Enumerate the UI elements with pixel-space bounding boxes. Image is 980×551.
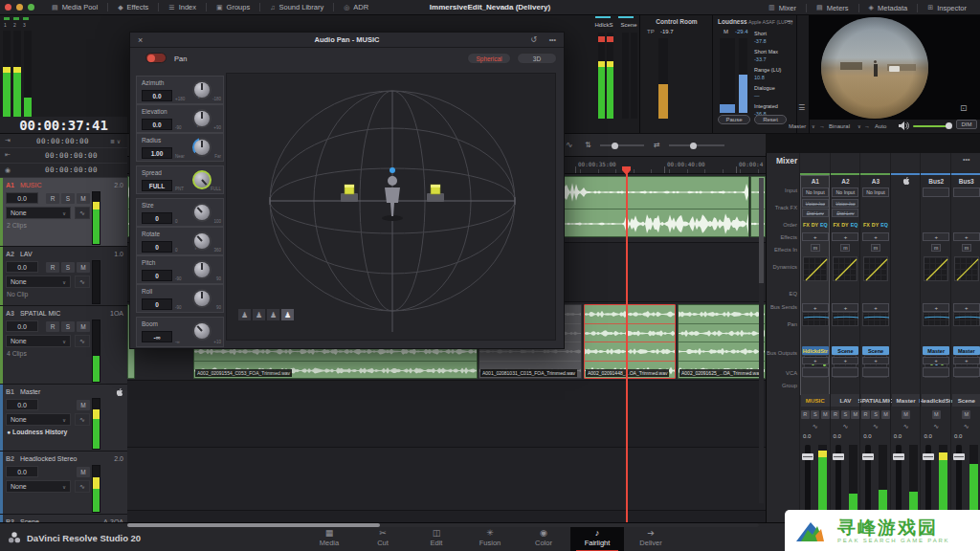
control-value[interactable]: 0 (142, 212, 172, 224)
index-button[interactable]: ☰Index (159, 0, 206, 15)
horizontal-zoom-handle[interactable] (690, 143, 697, 149)
channel-automation-icon[interactable]: ∿ (801, 421, 830, 431)
channel-automation-icon[interactable]: ∿ (892, 421, 921, 431)
track-gain-value[interactable]: 0.0 (6, 192, 38, 204)
bus-output-add-button[interactable]: + (802, 357, 829, 364)
loudness-pause-button[interactable]: Pause (718, 115, 750, 124)
mixer-panel-button[interactable]: ▥Mixer (759, 0, 806, 15)
channel-header[interactable]: A2 (831, 175, 859, 187)
bus-output-add-button[interactable]: + (923, 357, 949, 364)
speaker-cube-right[interactable] (427, 185, 444, 202)
track-fx-dropdown[interactable]: None∨ (6, 480, 71, 493)
channel-header[interactable]: A1 (801, 175, 830, 187)
effects-add-button[interactable]: + (953, 232, 980, 241)
track-header-a3[interactable]: A3SPATIAL MIC1OA0.0RSMNone∨∿4 Clips (0, 306, 127, 385)
track-fx-dropdown[interactable]: None∨ (6, 276, 71, 288)
audio-clip-foa[interactable]: A002_02091625_...OA_Trimmed.wav (678, 304, 766, 379)
control-value[interactable]: -∞ (142, 331, 172, 342)
eq-graph[interactable] (832, 312, 858, 326)
timeline-vertical-scrollbar[interactable] (759, 178, 764, 503)
channel-m-button[interactable]: M (932, 410, 941, 419)
vca-slot[interactable] (862, 367, 889, 377)
effects-in-toggle[interactable]: m (811, 244, 820, 252)
track-fx-dropdown[interactable]: None∨ (6, 413, 71, 426)
effects-in-toggle[interactable]: m (931, 244, 941, 252)
effects-in-toggle[interactable]: m (962, 244, 971, 252)
track-automation-button[interactable]: ∿ (75, 276, 90, 288)
fader-handle[interactable] (862, 453, 874, 460)
channel-name[interactable]: HeadlckdStr (922, 394, 950, 407)
track-fx-dropdown[interactable]: None∨ (6, 207, 71, 219)
track-automation-button[interactable]: ∿ (75, 207, 90, 219)
dynamics-graph[interactable] (954, 256, 979, 281)
vca-slot[interactable] (923, 367, 949, 377)
control-value[interactable]: FULL (142, 180, 172, 191)
track-automation-button[interactable]: ∿ (75, 480, 90, 493)
vca-slot[interactable] (953, 367, 980, 377)
monitor-mode[interactable]: Auto (875, 123, 886, 129)
vertical-zoom-slider[interactable] (600, 144, 644, 146)
eq-graph[interactable] (953, 312, 980, 326)
channel-automation-icon[interactable]: ∿ (861, 421, 890, 431)
close-icon[interactable]: × (138, 35, 143, 45)
effects-button[interactable]: ◆Effects (108, 0, 158, 15)
channel-header[interactable]: Bus2 (922, 175, 950, 187)
order-row[interactable]: FXDYEQ (802, 220, 829, 229)
track-automation-button[interactable]: ∿ (75, 413, 90, 426)
dim-button[interactable]: DIM (956, 120, 977, 129)
pan-toggle[interactable] (145, 53, 167, 63)
control-value[interactable]: 0.0 (142, 90, 172, 101)
effects-add-button[interactable]: + (862, 232, 889, 241)
dynamics-graph[interactable] (924, 256, 948, 281)
bus-output-chip[interactable]: Master (923, 346, 949, 355)
horizontal-zoom-slider[interactable] (669, 144, 724, 146)
control-value[interactable]: 0 (142, 241, 172, 253)
track-gain-value[interactable]: 0.0 (6, 399, 38, 410)
vertical-zoom-icon[interactable]: ⇅ (585, 141, 591, 149)
bus-output-chip[interactable]: Scene (862, 346, 889, 355)
bus-output-add-button[interactable]: + (832, 357, 858, 364)
meters-panel-button[interactable]: ▤Meters (807, 0, 858, 15)
channel-header[interactable]: A3 (861, 175, 890, 187)
control-value[interactable]: 1.00 (142, 147, 172, 159)
dynamics-graph[interactable] (833, 256, 858, 281)
channel-m-button[interactable]: M (851, 410, 859, 419)
eq-graph[interactable] (802, 312, 829, 326)
track-m-button[interactable]: M (77, 262, 90, 273)
bus-sends-add-button[interactable]: + (802, 303, 829, 312)
bus-sends-add-button[interactable]: + (923, 303, 949, 312)
channel-name[interactable]: MUSIC (801, 394, 830, 407)
control-knob[interactable] (192, 321, 212, 341)
elevation-handle[interactable] (390, 167, 395, 173)
bus-output-chip[interactable]: Master (953, 346, 980, 355)
track-header-b2[interactable]: B2Headlocked Stereo2.00.0MNone∨∿ (0, 452, 127, 515)
channel-m-button[interactable]: M (962, 410, 970, 419)
effects-in-toggle[interactable]: m (871, 244, 880, 252)
channel-header[interactable] (892, 175, 921, 187)
listener-view-button-2[interactable]: ♟ (253, 309, 265, 320)
tab-color[interactable]: ◉Color (517, 523, 570, 551)
window-close-button[interactable] (5, 4, 11, 11)
channel-header[interactable]: Bus3 (952, 175, 980, 187)
mode-3d-button[interactable]: 3D (517, 53, 557, 64)
track-gain-value[interactable]: 0.0 (6, 320, 38, 332)
bus-output-chip[interactable]: HdlckdStr (802, 346, 829, 355)
list-options-icon[interactable]: ≣ ∨ (110, 138, 127, 144)
track-m-button[interactable]: M (77, 321, 90, 332)
dynamics-graph[interactable] (803, 256, 828, 281)
track-r-button[interactable]: R (46, 262, 59, 273)
eq-graph[interactable] (862, 312, 889, 326)
track-header-a1[interactable]: A1MUSIC2.00.0RSMNone∨∿2 Clips (0, 178, 127, 247)
control-value[interactable]: 0.0 (142, 119, 172, 130)
dual-monitor-icon[interactable]: ⊡ (960, 103, 968, 113)
mode-spherical-button[interactable]: Spherical (467, 53, 511, 64)
effects-add-button[interactable]: + (802, 232, 829, 241)
track-s-button[interactable]: S (61, 321, 75, 332)
track-fx-chip[interactable]: Voice Iso (802, 199, 829, 208)
order-row[interactable]: FXDYEQ (832, 220, 858, 229)
listener-view-button-3[interactable]: ♟ (267, 309, 279, 320)
vca-slot[interactable] (802, 367, 829, 377)
channel-m-button[interactable]: M (821, 410, 830, 419)
channel-name[interactable]: Master (892, 394, 921, 407)
input-select[interactable]: No Input (802, 187, 829, 197)
